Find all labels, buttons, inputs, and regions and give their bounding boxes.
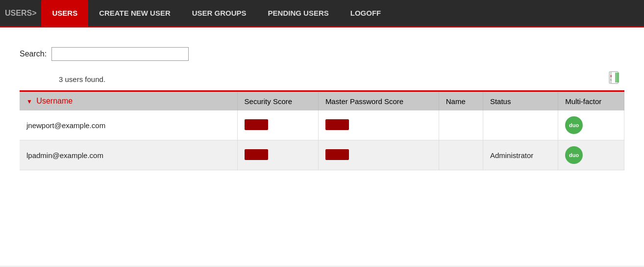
nav-item-pending-users[interactable]: PENDING USERS bbox=[257, 0, 340, 27]
col-status: Status bbox=[483, 91, 558, 111]
master-password-score-bar bbox=[325, 149, 349, 160]
cell-name bbox=[439, 110, 483, 140]
nav-item-users[interactable]: USERS bbox=[41, 0, 88, 27]
main-content: Search: 3 users found. X ls ▼ Username bbox=[0, 27, 644, 266]
nav-item-create-new-user[interactable]: CREATE NEW USER bbox=[88, 0, 181, 27]
search-input[interactable] bbox=[51, 47, 189, 61]
brand-label: USERS> bbox=[5, 9, 36, 18]
security-score-bar bbox=[245, 149, 268, 160]
nav-item-logoff[interactable]: LOGOFF bbox=[340, 0, 392, 27]
export-icon[interactable]: X ls bbox=[608, 71, 622, 87]
col-name: Name bbox=[439, 91, 483, 111]
duo-badge: duo bbox=[565, 116, 583, 134]
navbar: USERS> USERS CREATE NEW USER USER GROUPS… bbox=[0, 0, 644, 27]
cell-multi-factor: duo bbox=[558, 140, 624, 170]
col-multi-factor: Multi-factor bbox=[558, 91, 624, 111]
col-username[interactable]: ▼ Username bbox=[20, 91, 237, 111]
user-table: ▼ Username Security Score Master Passwor… bbox=[20, 90, 624, 170]
table-row[interactable]: lpadmin@example.comAdministratorduo bbox=[20, 140, 624, 170]
security-score-bar bbox=[245, 119, 268, 130]
col-security-score: Security Score bbox=[237, 91, 318, 111]
cell-status bbox=[483, 110, 558, 140]
sort-arrow-icon: ▼ bbox=[26, 98, 32, 105]
svg-rect-2 bbox=[615, 73, 619, 82]
cell-status: Administrator bbox=[483, 140, 558, 170]
cell-username[interactable]: jnewport@example.com bbox=[20, 110, 237, 140]
cell-master-password-score bbox=[318, 110, 439, 140]
results-row: 3 users found. X ls bbox=[20, 71, 624, 87]
cell-name bbox=[439, 140, 483, 170]
table-header-row: ▼ Username Security Score Master Passwor… bbox=[20, 91, 624, 111]
cell-master-password-score bbox=[318, 140, 439, 170]
nav-item-user-groups[interactable]: USER GROUPS bbox=[181, 0, 257, 27]
duo-badge: duo bbox=[565, 146, 583, 164]
export-svg-icon: X ls bbox=[608, 71, 622, 84]
col-master-password-score: Master Password Score bbox=[318, 91, 439, 111]
results-count: 3 users found. bbox=[59, 75, 105, 83]
search-label: Search: bbox=[20, 50, 47, 58]
cell-security-score bbox=[237, 110, 318, 140]
cell-username[interactable]: lpadmin@example.com bbox=[20, 140, 237, 170]
cell-security-score bbox=[237, 140, 318, 170]
cell-multi-factor: duo bbox=[558, 110, 624, 140]
table-row[interactable]: jnewport@example.comduo bbox=[20, 110, 624, 140]
svg-text:ls: ls bbox=[610, 79, 612, 81]
search-row: Search: bbox=[20, 47, 624, 61]
master-password-score-bar bbox=[325, 119, 349, 130]
